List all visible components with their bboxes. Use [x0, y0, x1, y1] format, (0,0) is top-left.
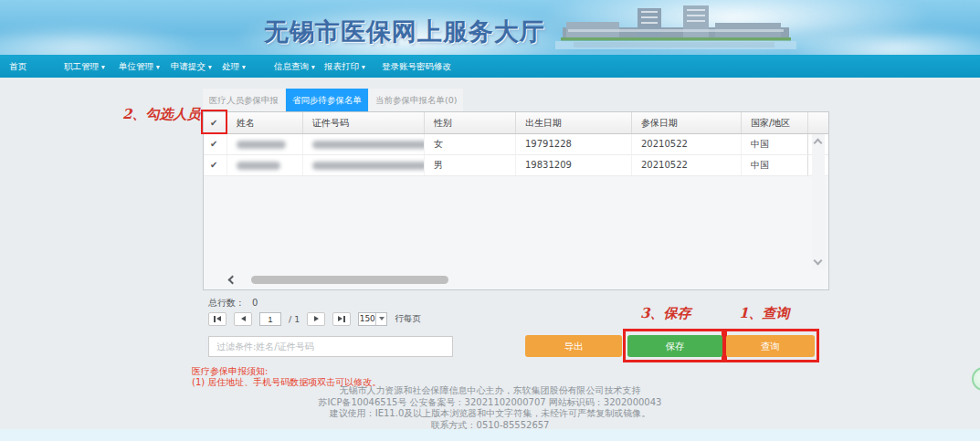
column-header-name: 姓名 [227, 112, 302, 133]
column-header-id-number: 证件号码 [302, 112, 424, 133]
redacted-id-number [312, 141, 424, 149]
cell-id-redacted [302, 134, 424, 154]
footer-line: 建议使用：IE11.0及以上版本浏览器和中文字符集，未经许可严禁复制或镜像。 [0, 408, 980, 420]
filter-input[interactable] [208, 336, 453, 357]
redacted-id-number [312, 162, 424, 170]
annotation-step1: 1、查询 [739, 305, 789, 322]
scroll-down-icon[interactable] [814, 257, 823, 266]
caret-down-icon: ▾ [156, 63, 160, 71]
row-checkbox[interactable]: ✔ [204, 134, 227, 154]
column-header-gender: 性别 [424, 112, 515, 133]
cell-country: 中国 [741, 134, 807, 154]
cell-name-redacted [227, 155, 302, 175]
column-header-country: 国家/地区 [741, 112, 807, 133]
prev-page-icon [241, 316, 246, 321]
total-rows-value: 0 [252, 298, 258, 308]
banner: 无锡市医保网上服务大厅 [0, 0, 980, 55]
cell-birth-date: 19831209 [515, 155, 631, 175]
select-dropdown-box[interactable] [375, 313, 386, 325]
last-page-icon [343, 316, 345, 322]
check-icon: ✔ [210, 160, 217, 170]
table-row[interactable]: ✔ 女 19791228 20210522 中国 [204, 134, 828, 155]
caret-down-icon: ▾ [101, 63, 105, 71]
redacted-name [237, 141, 286, 149]
first-page-button[interactable] [208, 312, 227, 326]
cell-gender: 男 [424, 155, 515, 175]
cell-join-date: 20210522 [631, 155, 741, 175]
cell-id-redacted [302, 155, 424, 175]
caret-down-icon: ▾ [362, 63, 365, 71]
cell-country: 中国 [741, 155, 807, 175]
first-page-icon [214, 316, 216, 322]
last-page-button[interactable] [332, 312, 351, 326]
page-size-value: 150 [359, 314, 375, 323]
page-number-input[interactable] [259, 312, 281, 326]
annotation-step3: 3、保存 [640, 305, 690, 322]
scrollbar-thumb[interactable] [251, 276, 448, 284]
column-header-clipped [807, 112, 828, 133]
bottom-strip [0, 429, 980, 441]
prev-page-button[interactable] [234, 312, 252, 326]
nav-item-process[interactable]: 处理▾ [222, 55, 246, 78]
cloud-decoration [0, 24, 201, 55]
nav-item-unit-mgmt[interactable]: 单位管理▾ [119, 55, 160, 78]
total-rows: 总行数：0 [208, 297, 258, 310]
caret-down-icon: ▾ [208, 63, 212, 71]
row-checkbox[interactable]: ✔ [204, 155, 227, 175]
annotation-step2: 2、勾选人员 [122, 106, 200, 123]
tab-bar: 医疗人员参保申报 省同步待参保名单 当前参保申报名单(0) [203, 89, 464, 111]
tab-current-declare-list[interactable]: 当前参保申报名单(0) [369, 89, 463, 111]
check-icon: ✔ [210, 118, 217, 128]
export-button[interactable]: 导出 [525, 335, 622, 357]
footer-line: 无锡市人力资源和社会保障信息中心主办，东软集团股份有限公司技术支持 [0, 385, 980, 397]
nav-item-apply-submit[interactable]: 申请提交▾ [171, 55, 212, 78]
page-title: 无锡市医保网上服务大厅 [264, 16, 545, 48]
redacted-name [237, 162, 280, 170]
first-page-icon [216, 316, 221, 321]
query-button[interactable]: 查询 [726, 335, 815, 357]
save-button[interactable]: 保存 [627, 335, 722, 357]
last-page-icon [338, 316, 342, 321]
page-footer: 无锡市人力资源和社会保障信息中心主办，东软集团股份有限公司技术支持 苏ICP备1… [0, 385, 980, 431]
next-page-icon [314, 316, 319, 321]
city-skyline-image [546, 4, 802, 53]
page: 无锡市医保网上服务大厅 首页 职工管理▾ 单位管理▾ 申请提交▾ 处理▾ 信息查… [0, 0, 980, 441]
total-rows-label: 总行数： [208, 298, 245, 308]
next-page-button[interactable] [307, 312, 325, 326]
notice-title: 医疗参保申报须知: [192, 366, 381, 377]
caret-down-icon [379, 317, 385, 320]
nav-item-account-password[interactable]: 登录账号密码修改 [382, 55, 451, 78]
horizontal-scrollbar[interactable] [229, 275, 810, 286]
caret-down-icon: ▾ [311, 63, 315, 71]
cell-name-redacted [227, 134, 302, 154]
column-header-birth-date: 出生日期 [515, 112, 631, 133]
nav-item-info-query[interactable]: 信息查询▾ [274, 55, 315, 78]
page-size-select[interactable]: 150 [358, 312, 387, 326]
vertical-scrollbar[interactable] [812, 134, 825, 269]
rows-per-page-label: 行每页 [395, 313, 421, 325]
table-row[interactable]: ✔ 男 19831209 20210522 中国 [204, 155, 828, 176]
cell-join-date: 20210522 [631, 134, 741, 154]
column-header-join-date: 参保日期 [631, 112, 741, 133]
pagination: / 1 150 行每页 [208, 311, 421, 326]
tab-medical-staff-declare[interactable]: 医疗人员参保申报 [203, 89, 285, 111]
cell-gender: 女 [424, 134, 515, 154]
scroll-left-icon[interactable] [228, 276, 237, 285]
tab-province-sync-pending-list[interactable]: 省同步待参保名单 [286, 89, 368, 111]
page-count-label: / 1 [289, 314, 300, 324]
table-header-row: ✔ 姓名 证件号码 性别 出生日期 参保日期 国家/地区 [204, 112, 828, 134]
nav-item-employee-mgmt[interactable]: 职工管理▾ [64, 55, 105, 78]
check-icon: ✔ [210, 139, 217, 149]
data-grid-panel: ✔ 姓名 证件号码 性别 出生日期 参保日期 国家/地区 ✔ 女 1979122… [203, 111, 829, 290]
main-nav: 首页 职工管理▾ 单位管理▾ 申请提交▾ 处理▾ 信息查询▾ 报表打印▾ 登录账… [0, 55, 980, 78]
select-all-checkbox[interactable]: ✔ [204, 112, 227, 133]
cell-birth-date: 19791228 [515, 134, 631, 154]
nav-item-report-print[interactable]: 报表打印▾ [324, 55, 365, 78]
scroll-up-icon[interactable] [814, 139, 823, 148]
footer-line: 苏ICP备10046515号 公安备案号：32021102000707 网站标识… [0, 397, 980, 409]
caret-down-icon: ▾ [242, 63, 246, 71]
nav-item-home[interactable]: 首页 [9, 55, 26, 78]
declaration-notice: 医疗参保申报须知: (1) 居住地址、手机号码数据项双击可以修改。 [192, 366, 381, 387]
